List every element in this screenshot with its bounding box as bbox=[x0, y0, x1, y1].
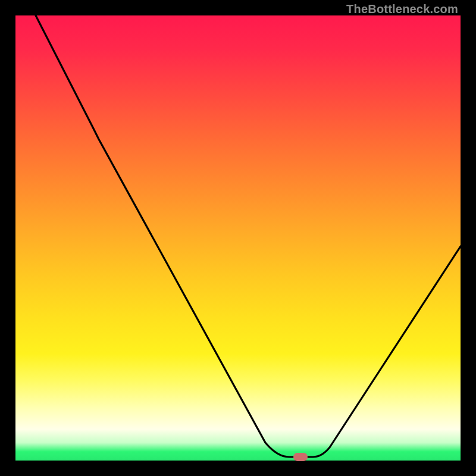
chart-frame bbox=[15, 15, 461, 461]
optimal-marker bbox=[293, 453, 308, 461]
gradient-background bbox=[15, 15, 461, 461]
watermark-text: TheBottleneck.com bbox=[346, 2, 458, 16]
